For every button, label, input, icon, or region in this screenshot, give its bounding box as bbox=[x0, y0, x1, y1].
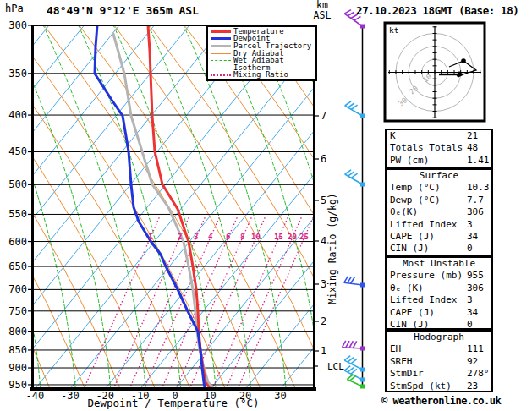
table-row: StmDir278° bbox=[387, 368, 491, 380]
pressure-tick-label: 350 bbox=[3, 68, 27, 79]
table-row: K21 bbox=[387, 130, 491, 142]
lcl-marker-label: LCL bbox=[327, 361, 344, 372]
pressure-axis-unit-label: hPa bbox=[5, 3, 24, 14]
table-row: PW (cm)1.41 bbox=[387, 155, 491, 167]
hodograph-table: HodographEH111SREH92StmDir278°StmSpd (kt… bbox=[385, 330, 493, 392]
table-row-label: Lifted Index bbox=[390, 294, 457, 305]
wind-barb bbox=[345, 101, 365, 118]
mixing-ratio-axis-label: Mixing Ratio (g/kg) bbox=[326, 168, 338, 329]
table-row-value: 306 bbox=[467, 206, 484, 218]
altitude-tick-label: 7 bbox=[321, 111, 326, 121]
wet-adiabat-line bbox=[78, 24, 181, 391]
table-row-value: 21 bbox=[467, 130, 478, 142]
table-row: Totals Totals48 bbox=[387, 142, 491, 154]
table-row-value: 3 bbox=[467, 294, 473, 306]
table-row-label: CAPE (J) bbox=[390, 231, 435, 242]
hodograph: 102030 bbox=[385, 23, 485, 121]
table-header: Surface bbox=[387, 170, 491, 182]
pressure-tick-label: 950 bbox=[3, 380, 27, 390]
mixing-ratio-label: 2 bbox=[178, 233, 182, 241]
mixing-ratio-label: 4 bbox=[208, 233, 213, 241]
pressure-tick-label: 700 bbox=[3, 284, 27, 294]
pressure-tick-label: 750 bbox=[3, 306, 27, 316]
table-row: EH111 bbox=[387, 343, 491, 355]
hodograph-unit-label: kt bbox=[389, 25, 398, 35]
pressure-tick-label: 400 bbox=[3, 110, 27, 120]
altitude-unit-asl: ASL bbox=[314, 9, 332, 21]
mixing-ratio-label: 6 bbox=[226, 233, 230, 241]
table-row-label: StmSpd (kt) bbox=[390, 381, 452, 392]
table-row: CAPE (J)34 bbox=[387, 307, 491, 319]
wind-barb bbox=[344, 277, 365, 288]
mixing-ratio-label: 15 bbox=[274, 233, 283, 241]
legend-sample-line bbox=[211, 74, 231, 76]
table-row-value: 306 bbox=[467, 282, 484, 294]
table-row-value: 92 bbox=[467, 356, 478, 368]
surface-table: SurfaceTemp (°C)10.3Dewp (°C)7.7θₑ(K)306… bbox=[385, 168, 493, 256]
table-row: Lifted Index3 bbox=[387, 294, 491, 306]
pressure-tick-label: 450 bbox=[3, 146, 27, 156]
mixing-ratio-label: 10 bbox=[251, 233, 261, 241]
run-date-label: 27.10.2023 18GMT (Base: 18) bbox=[356, 4, 518, 17]
table-row-value: 23 bbox=[467, 381, 478, 392]
page-title: 48°49'N 9°12'E 365m ASL bbox=[47, 4, 199, 17]
pressure-tick-label: 300 bbox=[3, 20, 27, 30]
table-row: SREH92 bbox=[387, 356, 491, 368]
table-row-value: 3 bbox=[467, 219, 473, 231]
indices-table: K21Totals Totals48PW (cm)1.41 bbox=[385, 129, 493, 168]
table-row: Lifted Index3 bbox=[387, 219, 491, 231]
table-row-label: CIN (J) bbox=[390, 243, 429, 254]
dry-adiabat-line bbox=[499, 24, 532, 391]
table-row: CAPE (J)34 bbox=[387, 231, 491, 243]
table-row-label: θₑ(K) bbox=[390, 206, 418, 217]
pressure-tick-label: 600 bbox=[3, 237, 27, 247]
pressure-tick-label: 800 bbox=[3, 326, 27, 337]
table-row-label: Pressure (mb) bbox=[390, 270, 463, 281]
temperature-curve bbox=[148, 25, 210, 388]
skewt-sounding-page: hPa 48°49'N 9°12'E 365m ASL kmASL 27.10.… bbox=[0, 0, 532, 411]
legend-sample-line bbox=[211, 37, 231, 40]
table-row-label: Dewp (°C) bbox=[390, 195, 441, 206]
pressure-tick-label: 850 bbox=[3, 345, 27, 355]
table-row-value: 278° bbox=[467, 368, 490, 380]
table-row: θₑ (K)306 bbox=[387, 282, 491, 294]
table-row-label: Temp (°C) bbox=[390, 182, 441, 193]
legend-sample-line bbox=[211, 45, 231, 47]
table-row-label: PW (cm) bbox=[390, 155, 429, 166]
chart-legend: TemperatureDewpointParcel TrajectoryDry … bbox=[206, 25, 317, 81]
table-row: Temp (°C)10.3 bbox=[387, 182, 491, 194]
mixing-ratio-label: 20 bbox=[288, 233, 297, 241]
altitude-tick-label: 1 bbox=[321, 346, 326, 356]
table-row-value: 955 bbox=[467, 270, 484, 282]
wet-adiabat-line bbox=[498, 24, 532, 391]
mixing-ratio-label: 25 bbox=[299, 233, 309, 241]
table-header: Hodograph bbox=[387, 332, 491, 343]
legend-sample-line bbox=[211, 68, 231, 68]
legend-sample-line bbox=[211, 60, 231, 61]
table-row-value: 1.41 bbox=[467, 155, 490, 167]
table-header: Most Unstable bbox=[387, 258, 491, 270]
legend-sample-line bbox=[211, 53, 231, 54]
mixing-ratio-label: 8 bbox=[240, 233, 244, 241]
legend-sample-line bbox=[211, 30, 231, 33]
mixing-ratio-label: 3 bbox=[194, 233, 198, 241]
hodograph-storm-dot bbox=[461, 58, 466, 63]
table-row: Pressure (mb)955 bbox=[387, 270, 491, 282]
table-row-label: Totals Totals bbox=[390, 142, 463, 153]
most-unstable-table: Most UnstablePressure (mb)955θₑ (K)306Li… bbox=[385, 256, 493, 330]
table-row-label: θₑ (K) bbox=[390, 282, 424, 293]
table-row-value: 10.3 bbox=[467, 182, 490, 194]
table-row: Dewp (°C)7.7 bbox=[387, 195, 491, 206]
pressure-tick-label: 900 bbox=[3, 363, 27, 373]
table-row-label: Lifted Index bbox=[390, 219, 457, 230]
table-row-label: CAPE (J) bbox=[390, 307, 435, 318]
table-row-value: 0 bbox=[467, 243, 473, 255]
isotherm-line bbox=[0, 25, 189, 389]
table-row-label: EH bbox=[390, 343, 401, 354]
table-row-label: CIN (J) bbox=[390, 319, 429, 330]
table-row: θₑ(K)306 bbox=[387, 206, 491, 218]
table-row: StmSpd (kt)23 bbox=[387, 381, 491, 392]
wind-barb bbox=[345, 170, 365, 187]
mixing-ratio-label: 1 bbox=[148, 233, 152, 241]
pressure-tick-label: 500 bbox=[3, 179, 27, 189]
